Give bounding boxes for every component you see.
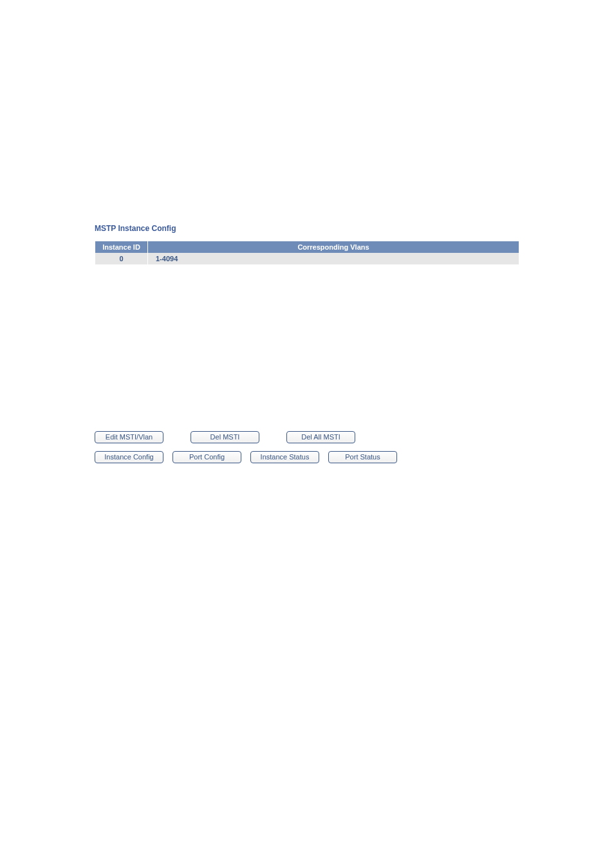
header-instance-id: Instance ID [95,241,148,254]
del-msti-button[interactable]: Del MSTI [191,431,259,443]
instance-config-button[interactable]: Instance Config [95,451,163,463]
edit-msti-vlan-button[interactable]: Edit MSTI/Vlan [95,431,163,443]
table-header-row: Instance ID Corresponding Vlans [95,241,519,254]
header-corresponding-vlans: Corresponding Vlans [148,241,519,254]
cell-corresponding-vlans: 1-4094 [148,253,519,265]
port-config-button[interactable]: Port Config [172,451,241,463]
instance-status-button[interactable]: Instance Status [250,451,319,463]
button-row-bottom: Instance Config Port Config Instance Sta… [95,451,519,463]
table-row[interactable]: 0 1-4094 [95,253,519,265]
del-all-msti-button[interactable]: Del All MSTI [286,431,355,443]
port-status-button[interactable]: Port Status [328,451,397,463]
button-row-top: Edit MSTI/Vlan Del MSTI Del All MSTI [95,431,519,443]
button-area: Edit MSTI/Vlan Del MSTI Del All MSTI Ins… [95,431,519,463]
main-content: MSTP Instance Config Instance ID Corresp… [0,0,614,463]
instance-table: Instance ID Corresponding Vlans 0 1-4094 [95,241,519,265]
cell-instance-id: 0 [95,253,148,265]
page-title: MSTP Instance Config [95,224,519,233]
